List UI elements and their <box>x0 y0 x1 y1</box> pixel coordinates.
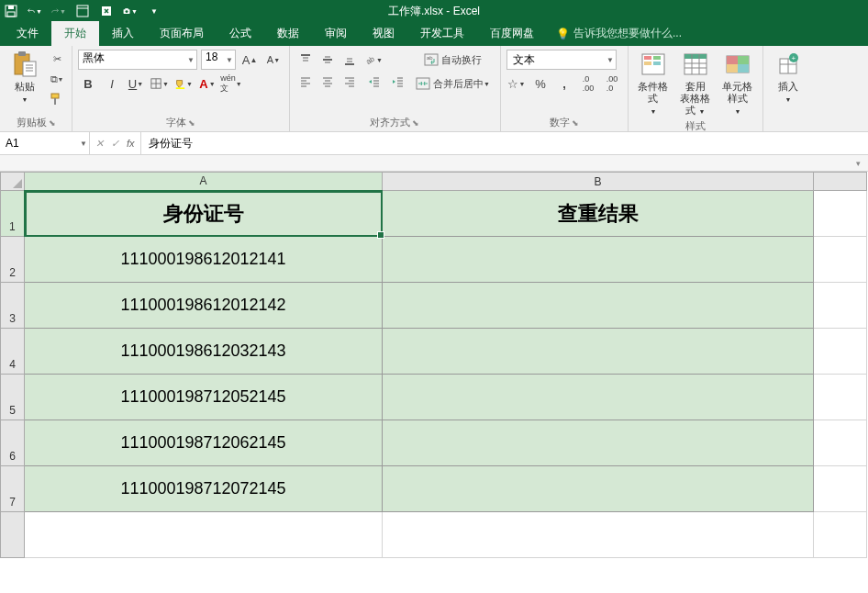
undo-icon[interactable]: ▼ <box>28 4 42 18</box>
merge-button[interactable]: 合并后居中 ▼ <box>411 73 495 94</box>
qat-btn-5[interactable] <box>99 4 114 18</box>
cell-b7[interactable] <box>383 466 814 512</box>
col-header-c[interactable] <box>814 173 867 191</box>
cell-styles-button[interactable]: 单元格样式▼ <box>718 50 757 117</box>
cell-a6[interactable]: 111000198712062145 <box>25 420 383 466</box>
redo-icon[interactable]: ▼ <box>51 4 66 18</box>
percent-button[interactable]: % <box>530 73 551 94</box>
underline-button[interactable]: U ▼ <box>126 73 146 94</box>
cell-b1[interactable]: 查重结果 <box>383 191 814 237</box>
tab-home[interactable]: 开始 <box>51 21 99 46</box>
row-header[interactable]: 1 <box>1 191 25 237</box>
align-top-icon[interactable] <box>295 50 316 70</box>
tab-data[interactable]: 数据 <box>264 21 312 46</box>
tab-dev[interactable]: 开发工具 <box>407 21 477 46</box>
camera-icon[interactable]: ▼ <box>123 4 138 18</box>
italic-button[interactable]: I <box>102 73 122 94</box>
font-launcher-icon[interactable]: ⬊ <box>188 118 195 128</box>
cell-b6[interactable] <box>383 420 814 466</box>
tab-review[interactable]: 审阅 <box>312 21 360 46</box>
cell[interactable] <box>25 512 383 558</box>
row-header[interactable]: 7 <box>1 466 25 512</box>
align-launcher-icon[interactable]: ⬊ <box>412 118 419 128</box>
formula-input[interactable]: 身份证号 <box>141 132 868 154</box>
increase-font-icon[interactable]: A▲ <box>239 50 260 70</box>
select-all-corner[interactable] <box>1 173 25 191</box>
name-box[interactable]: A1▼ <box>0 132 90 154</box>
tab-page-layout[interactable]: 页面布局 <box>147 21 217 46</box>
tab-file[interactable]: 文件 <box>4 21 51 46</box>
clipboard-launcher-icon[interactable]: ⬊ <box>49 118 56 128</box>
align-middle-icon[interactable] <box>317 50 338 70</box>
col-header-a[interactable]: A <box>25 173 383 191</box>
tab-view[interactable]: 视图 <box>360 21 407 46</box>
tab-formulas[interactable]: 公式 <box>217 21 264 46</box>
row-header[interactable]: 3 <box>1 283 25 329</box>
cell-a5[interactable]: 111000198712052145 <box>25 375 383 420</box>
insert-cells-button[interactable]: + 插入▼ <box>769 50 807 105</box>
comma-button[interactable]: , <box>554 73 574 94</box>
increase-indent-icon[interactable] <box>387 72 407 92</box>
paste-button[interactable]: 粘贴▼ <box>6 50 44 105</box>
font-color-button[interactable]: A▼ <box>197 73 217 94</box>
conditional-format-button[interactable]: 条件格式▼ <box>634 50 673 117</box>
cell[interactable] <box>814 420 867 466</box>
align-bottom-icon[interactable] <box>339 50 360 70</box>
grid-area[interactable]: A B 1 身份证号 查重结果 2 111000198612012141 3 1… <box>0 172 868 593</box>
cell-b5[interactable] <box>383 375 814 420</box>
tab-baidu[interactable]: 百度网盘 <box>477 21 547 46</box>
cell[interactable] <box>814 237 867 283</box>
cut-icon[interactable]: ✂ <box>48 50 66 68</box>
tab-insert[interactable]: 插入 <box>99 21 147 46</box>
currency-button[interactable]: ☆▼ <box>506 73 527 94</box>
number-format-select[interactable]: 文本▼ <box>506 50 617 70</box>
wrap-text-button[interactable]: ab 自动换行 <box>411 50 495 70</box>
save-icon[interactable] <box>4 4 18 18</box>
decrease-indent-icon[interactable] <box>363 72 384 92</box>
decrease-font-icon[interactable]: A▼ <box>263 50 284 70</box>
cell[interactable] <box>814 283 867 329</box>
formula-expand-icon[interactable]: ▾ <box>0 155 868 172</box>
cell[interactable] <box>814 191 867 237</box>
row-header[interactable]: 4 <box>1 329 25 375</box>
align-right-icon[interactable] <box>339 72 360 92</box>
col-header-b[interactable]: B <box>383 173 814 191</box>
cell-a1[interactable]: 身份证号 <box>25 191 383 237</box>
qat-btn-4[interactable] <box>75 4 90 18</box>
cell-a2[interactable]: 111000198612012141 <box>25 237 383 283</box>
cell[interactable] <box>814 329 867 375</box>
font-size-select[interactable]: 18▼ <box>201 50 236 70</box>
cell[interactable] <box>814 375 867 420</box>
row-header[interactable]: 6 <box>1 420 25 466</box>
tell-me[interactable]: 💡告诉我您想要做什么... <box>547 21 691 46</box>
number-launcher-icon[interactable]: ⬊ <box>572 118 579 128</box>
format-painter-icon[interactable] <box>48 90 66 108</box>
fx-icon[interactable]: fx <box>127 138 135 149</box>
row-header[interactable]: 5 <box>1 375 25 420</box>
cell-b4[interactable] <box>383 329 814 375</box>
decrease-decimal-icon[interactable]: .00.0 <box>602 73 622 94</box>
font-name-select[interactable]: 黑体▼ <box>78 50 197 70</box>
border-button[interactable]: ▼ <box>150 73 170 94</box>
copy-icon[interactable]: ⧉▼ <box>48 70 66 88</box>
row-header[interactable]: 2 <box>1 237 25 283</box>
cell-b2[interactable] <box>383 237 814 283</box>
increase-decimal-icon[interactable]: .0.00 <box>578 73 598 94</box>
cell[interactable] <box>814 512 867 558</box>
qat-customize-icon[interactable]: ▼ <box>147 4 161 18</box>
cancel-icon[interactable]: ✕ <box>95 138 104 150</box>
cell-a3[interactable]: 111000198612012142 <box>25 283 383 329</box>
format-table-button[interactable]: 套用 表格格式 ▼ <box>676 50 715 117</box>
cell-a7[interactable]: 111000198712072145 <box>25 466 383 512</box>
cell[interactable] <box>814 466 867 512</box>
cell-a4[interactable]: 111000198612032143 <box>25 329 383 375</box>
align-left-icon[interactable] <box>295 72 316 92</box>
enter-icon[interactable]: ✓ <box>111 138 119 150</box>
row-header[interactable] <box>1 512 25 558</box>
phonetic-button[interactable]: wén文▼ <box>221 73 241 94</box>
fill-color-button[interactable]: ▼ <box>173 73 194 94</box>
cell-b3[interactable] <box>383 283 814 329</box>
align-center-icon[interactable] <box>317 72 338 92</box>
bold-button[interactable]: B <box>78 73 98 94</box>
cell[interactable] <box>383 512 814 558</box>
